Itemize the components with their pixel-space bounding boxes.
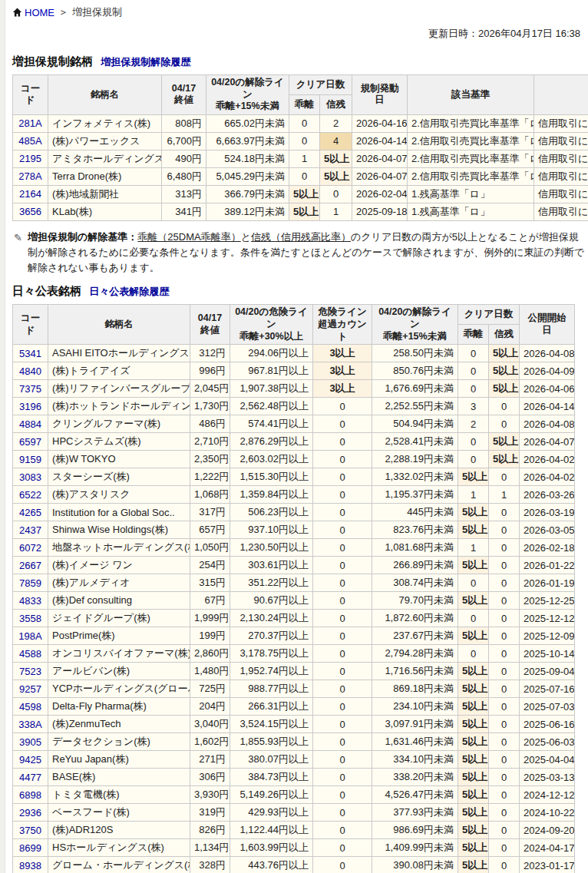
- stock-code-cell: 6072: [13, 539, 48, 557]
- stock-name-cell: KLab(株): [48, 203, 162, 220]
- clear-days-shinzan-cell: 0: [489, 610, 520, 627]
- stock-code-link[interactable]: 2164: [19, 188, 41, 200]
- clear-days-kairi-cell: 5以上: [289, 185, 320, 203]
- close-price-cell: 312円: [190, 345, 230, 362]
- stock-code-link[interactable]: 3750: [19, 825, 41, 836]
- danger-line-cell: 5,149.26円以上: [230, 786, 313, 804]
- clear-days-kairi-cell: 0: [458, 610, 489, 627]
- stock-code-link[interactable]: 3656: [19, 206, 41, 217]
- stock-code-link[interactable]: 338A: [18, 719, 41, 730]
- clear-days-shinzan-cell: 0: [489, 468, 520, 486]
- breadcrumb-home-link[interactable]: HOME: [25, 7, 55, 18]
- release-line-cell: 2,288.19円未満: [372, 451, 458, 468]
- danger-line-cell: 1,230.50円以上: [230, 539, 313, 557]
- close-price-cell: 2,860円: [190, 645, 230, 663]
- stock-code-cell: 8699: [13, 839, 48, 857]
- basis-cell: 2.信用取引売買比率基準「ロ」: [408, 114, 534, 132]
- stock-code-cell: 4477: [13, 769, 48, 786]
- daily-disclosure-history-link[interactable]: 日々公表解除履歴: [89, 286, 169, 297]
- stock-code-link[interactable]: 5341: [19, 348, 41, 359]
- stock-code-link[interactable]: 278A: [18, 170, 41, 182]
- stock-code-cell: 6898: [13, 786, 48, 804]
- over-count-cell: 0: [313, 592, 372, 610]
- stock-code-link[interactable]: 7859: [19, 577, 41, 589]
- table-row: 2667 (株)イメージ ワン 254円 303.61円以上 0 266.89円…: [13, 557, 575, 574]
- clear-days-shinzan-cell: 0: [489, 716, 520, 733]
- stock-code-link[interactable]: 6072: [19, 542, 41, 554]
- stock-code-link[interactable]: 6898: [19, 789, 41, 801]
- stock-code-link[interactable]: 4477: [19, 772, 41, 783]
- stock-code-cell: 3196: [13, 398, 48, 415]
- stock-code-link[interactable]: 3196: [19, 401, 41, 412]
- col-header-kairi: 乖離: [289, 94, 320, 114]
- stock-code-link[interactable]: 9159: [19, 454, 41, 465]
- stock-code-link[interactable]: 8938: [19, 860, 41, 871]
- trigger-date-cell: 2026-04-16: [352, 114, 408, 132]
- stock-code-link[interactable]: 2437: [19, 524, 41, 536]
- clear-days-kairi-cell: 0: [289, 132, 320, 150]
- shinzan-tooltip-link[interactable]: 信残（信用残高比率）: [251, 231, 351, 243]
- stock-code-link[interactable]: 198A: [18, 630, 41, 642]
- stock-name-cell: トミタ電機(株): [48, 786, 190, 804]
- stock-code-link[interactable]: 3905: [19, 736, 41, 748]
- stock-code-link[interactable]: 6597: [19, 436, 41, 448]
- stock-code-link[interactable]: 7523: [19, 666, 41, 677]
- danger-line-cell: 1,952.74円以上: [230, 663, 313, 680]
- stock-code-link[interactable]: 4588: [19, 648, 41, 660]
- stock-code-link[interactable]: 8699: [19, 842, 41, 854]
- table-row: 9425 ReYuu Japan(株) 271円 380.07円以上 0 334…: [13, 751, 575, 769]
- clear-days-shinzan-cell: 0: [489, 557, 520, 574]
- stock-code-link[interactable]: 6522: [19, 489, 41, 501]
- stock-name-cell: データセクション(株): [48, 733, 190, 751]
- section-daily-disclosure-heading: 日々公表銘柄 日々公表解除履歴: [12, 284, 588, 299]
- danger-line-cell: 1,515.30円以上: [230, 468, 313, 486]
- clear-days-shinzan-cell: 0: [489, 645, 520, 663]
- kairi-tooltip-link[interactable]: 乖離（25DMA乖離率）: [137, 231, 240, 243]
- stock-code-link[interactable]: 281A: [18, 117, 41, 129]
- danger-line-cell: 351.22円以上: [230, 574, 313, 592]
- danger-line-cell: 1,603.99円以上: [230, 839, 313, 857]
- over-count-cell: 0: [313, 733, 372, 751]
- stock-name-cell: オンコリスバイオファーマ(株): [48, 645, 190, 663]
- stock-code-link[interactable]: 9425: [19, 754, 41, 766]
- stock-name-cell: HPCシステムズ(株): [48, 433, 190, 451]
- measure-cell: 信用取引による新規: [534, 150, 588, 167]
- stock-code-link[interactable]: 3083: [19, 471, 41, 483]
- clear-days-shinzan-cell: 1: [489, 486, 520, 504]
- col-header-name: 銘柄名: [48, 75, 162, 115]
- stock-code-link[interactable]: 9257: [19, 683, 41, 695]
- close-price-cell: 1,480円: [190, 663, 230, 680]
- start-date-cell: 2026-01-22: [520, 557, 575, 574]
- stock-name-cell: HSホールディングス(株): [48, 839, 190, 857]
- clear-days-kairi-cell: 5以上: [458, 663, 489, 680]
- release-line-cell: 79.70円未満: [372, 592, 458, 610]
- stock-code-link[interactable]: 4598: [19, 701, 41, 713]
- stock-code-cell: 2437: [13, 521, 48, 539]
- table-row: 198A PostPrime(株) 199円 270.37円以上 0 237.6…: [13, 627, 575, 645]
- stock-code-link[interactable]: 2667: [19, 560, 41, 571]
- stock-code-link[interactable]: 4840: [19, 365, 41, 377]
- stock-code-cell: 7523: [13, 663, 48, 680]
- clear-days-kairi-cell: 5以上: [458, 839, 489, 857]
- stock-code-link[interactable]: 2195: [19, 153, 41, 164]
- stock-code-cell: 4265: [13, 504, 48, 521]
- stock-code-link[interactable]: 2936: [19, 807, 41, 818]
- over-count-cell: 0: [313, 451, 372, 468]
- table-row: 6597 HPCシステムズ(株) 2,710円 2,876.29円以上 0 2,…: [13, 433, 575, 451]
- stock-code-link[interactable]: 7375: [19, 383, 41, 395]
- table-row: 6072 地盤ネットホールディングス(株) 1,050円 1,230.50円以上…: [13, 539, 575, 557]
- close-price-cell: 725円: [190, 680, 230, 698]
- danger-line-cell: 937.10円以上: [230, 521, 313, 539]
- stock-code-link[interactable]: 3558: [19, 613, 41, 624]
- stock-name-cell: (株)トライアイズ: [48, 362, 190, 380]
- stock-code-cell: 2195: [13, 150, 48, 167]
- stock-code-link[interactable]: 485A: [18, 135, 41, 147]
- stock-code-link[interactable]: 4884: [19, 418, 41, 430]
- stock-code-link[interactable]: 4833: [19, 595, 41, 607]
- clear-days-kairi-cell: 5以上: [458, 733, 489, 751]
- basis-cell: 1.残高基準「ロ」: [408, 203, 534, 220]
- start-date-cell: 2026-04-08: [520, 415, 575, 433]
- margin-regulation-history-link[interactable]: 増担保規制解除履歴: [101, 56, 190, 68]
- stock-code-link[interactable]: 4265: [19, 507, 41, 518]
- stock-code-cell: 4588: [13, 645, 48, 663]
